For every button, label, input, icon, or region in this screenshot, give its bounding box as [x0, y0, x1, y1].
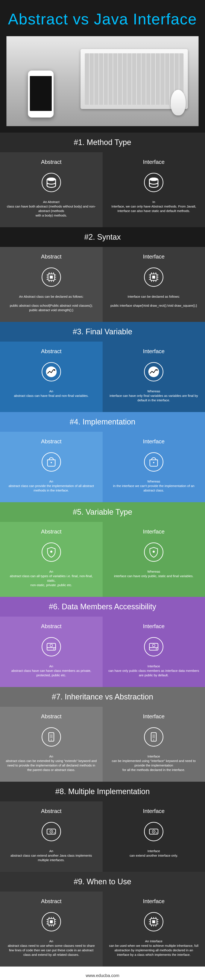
- infographic-container: Abstract vs Java Interface #1. Method Ty…: [0, 0, 205, 980]
- chip-icon: [143, 266, 165, 288]
- column-text: An abstract class have can have class me…: [5, 664, 97, 678]
- left-column: AbstractAn abstract class can extend ano…: [0, 802, 102, 872]
- section-header: #1. Method Type: [0, 132, 205, 152]
- sections-container: #1. Method TypeAbstractAn Abstract class…: [0, 132, 205, 967]
- left-column: AbstractAn abstract class can have final…: [0, 342, 102, 412]
- two-column-row: AbstractAn Abstract class can have both …: [0, 152, 205, 227]
- chart-icon: [143, 361, 165, 382]
- column-title: Abstract: [5, 438, 97, 445]
- header-block: Abstract vs Java Interface: [0, 0, 205, 132]
- database-icon: [40, 172, 62, 193]
- section-header: #3. Final Variable: [0, 322, 205, 342]
- column-title: Interface: [108, 159, 200, 165]
- column-text: An abstract class need to use when some …: [5, 939, 97, 957]
- chart-icon: [40, 361, 62, 382]
- comparison-section: #4. ImplementationAbstractAn abstract cl…: [0, 412, 205, 502]
- two-column-row: AbstractAn Abstract class can be declare…: [0, 247, 205, 322]
- left-column: AbstractAn Abstract class can have both …: [0, 152, 102, 227]
- chip-icon: [143, 911, 165, 932]
- column-text: Interface can have only public class mem…: [108, 664, 200, 678]
- column-title: Abstract: [5, 898, 97, 905]
- two-column-row: AbstractAn abstract class can have final…: [0, 342, 205, 412]
- column-title: Interface: [108, 528, 200, 535]
- two-column-row: AbstractAn abstract class have can have …: [0, 617, 205, 687]
- two-column-row: AbstractAn abstract class can all types …: [0, 522, 205, 597]
- comparison-section: #3. Final VariableAbstractAn abstract cl…: [0, 322, 205, 412]
- section-header: #5. Variable Type: [0, 502, 205, 522]
- column-text: Whereas interface can have only final va…: [108, 389, 200, 402]
- column-text: An Interface can be used when we need to…: [108, 939, 200, 957]
- column-text: Whereas in the interface we can't provid…: [108, 479, 200, 493]
- left-column: AbstractAn abstract class can all types …: [0, 522, 102, 597]
- section-header: #9. When to Use: [0, 872, 205, 892]
- disk-icon: [143, 821, 165, 842]
- comparison-section: #8. Multiple ImplementationAbstractAn ab…: [0, 782, 205, 872]
- phone-graphic: [28, 70, 54, 118]
- disk-icon: [40, 821, 62, 842]
- footer: www.educba.com: [0, 967, 205, 980]
- column-text: An abstract class can have final and non…: [5, 389, 97, 398]
- column-text: Interface can extend another interface o…: [108, 849, 200, 858]
- column-title: Abstract: [5, 808, 97, 815]
- hero-image: [6, 36, 199, 126]
- column-text: An abstract class can all types of varia…: [5, 569, 97, 587]
- left-column: AbstractAn abstract class can be extende…: [0, 707, 102, 782]
- column-text: An abstract class can extend another Jav…: [5, 849, 97, 862]
- two-column-row: AbstractAn abstract class can provide th…: [0, 432, 205, 502]
- column-text: An Abstract class can be declared as fol…: [5, 294, 97, 312]
- column-text: In Interface, we can only have Abstract …: [108, 200, 200, 213]
- column-title: Abstract: [5, 528, 97, 535]
- column-title: Interface: [108, 898, 200, 905]
- column-title: Interface: [108, 438, 200, 445]
- two-column-row: AbstractAn abstract class can extend ano…: [0, 802, 205, 872]
- column-text: Whereas interface can have only public, …: [108, 569, 200, 578]
- comparison-section: #6. Data Members AccessibilityAbstractAn…: [0, 597, 205, 687]
- column-text: An Abstract class can have both abstract…: [5, 200, 97, 218]
- right-column: InterfaceInterface can have only public …: [102, 617, 205, 687]
- device-icon: [40, 726, 62, 748]
- right-column: InterfaceWhereas interface can have only…: [102, 522, 205, 597]
- hdd-icon: [143, 636, 165, 657]
- device-icon: [143, 726, 165, 748]
- left-column: AbstractAn Abstract class can be declare…: [0, 247, 102, 322]
- column-title: Interface: [108, 808, 200, 815]
- comparison-section: #1. Method TypeAbstractAn Abstract class…: [0, 132, 205, 227]
- section-header: #7. Inheritance vs Abstraction: [0, 687, 205, 707]
- comparison-section: #9. When to UseAbstractAn abstract class…: [0, 872, 205, 967]
- right-column: InterfaceInterface can be implemented us…: [102, 707, 205, 782]
- database-icon: [143, 172, 165, 193]
- inbox-icon: [143, 451, 165, 473]
- inbox-icon: [40, 451, 62, 473]
- column-title: Interface: [108, 623, 200, 630]
- column-title: Interface: [108, 348, 200, 355]
- right-column: InterfaceAn Interface can be used when w…: [102, 892, 205, 967]
- shield-icon: [143, 541, 165, 563]
- column-title: Interface: [108, 253, 200, 260]
- column-title: Abstract: [5, 348, 97, 355]
- page-title: Abstract vs Java Interface: [6, 11, 199, 28]
- column-title: Abstract: [5, 623, 97, 630]
- two-column-row: AbstractAn abstract class need to use wh…: [0, 892, 205, 967]
- footer-link[interactable]: www.educba.com: [86, 973, 119, 978]
- column-text: An abstract class can be extended by usi…: [5, 754, 97, 772]
- comparison-section: #7. Inheritance vs AbstractionAbstractAn…: [0, 687, 205, 782]
- hdd-icon: [40, 636, 62, 657]
- left-column: AbstractAn abstract class have can have …: [0, 617, 102, 687]
- section-header: #2. Syntax: [0, 227, 205, 247]
- mouse-graphic: [171, 90, 186, 115]
- column-title: Abstract: [5, 159, 97, 165]
- left-column: AbstractAn abstract class need to use wh…: [0, 892, 102, 967]
- chip-icon: [40, 266, 62, 288]
- chip-icon: [40, 911, 62, 932]
- comparison-section: #2. SyntaxAbstractAn Abstract class can …: [0, 227, 205, 322]
- section-header: #8. Multiple Implementation: [0, 782, 205, 802]
- column-title: Interface: [108, 713, 200, 720]
- right-column: InterfaceWhereas in the interface we can…: [102, 432, 205, 502]
- two-column-row: AbstractAn abstract class can be extende…: [0, 707, 205, 782]
- right-column: InterfaceInterface can extend another in…: [102, 802, 205, 872]
- column-text: An abstract class can provide the implem…: [5, 479, 97, 493]
- right-column: InterfaceInterface can be declared as fo…: [102, 247, 205, 322]
- section-header: #4. Implementation: [0, 412, 205, 432]
- comparison-section: #5. Variable TypeAbstractAn abstract cla…: [0, 502, 205, 597]
- shield-icon: [40, 541, 62, 563]
